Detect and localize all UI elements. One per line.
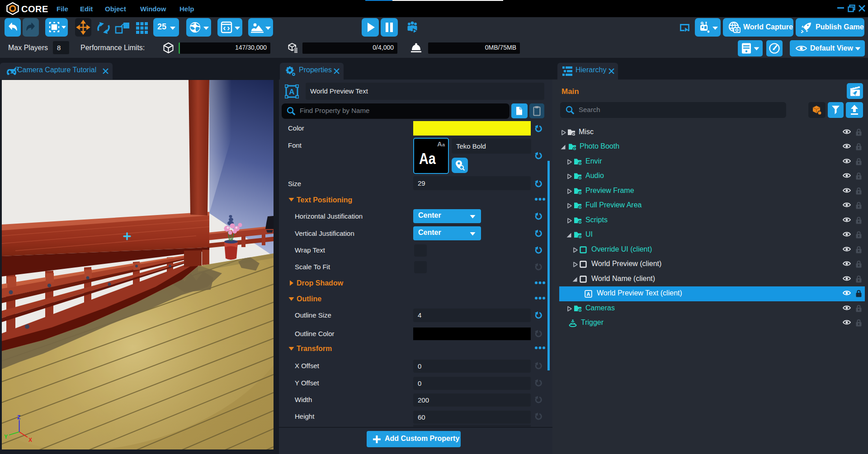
svg-text:A: A	[289, 88, 294, 96]
svg-text:X: X	[28, 437, 32, 443]
svg-text:A: A	[586, 291, 590, 297]
svg-text:Y: Y	[4, 434, 8, 440]
svg-text:Z: Z	[17, 414, 20, 421]
